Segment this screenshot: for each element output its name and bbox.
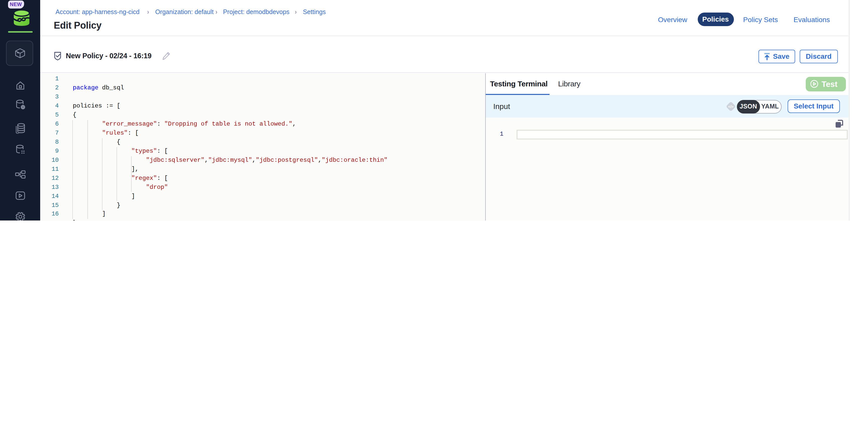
svg-text:</>: </> <box>728 104 733 109</box>
